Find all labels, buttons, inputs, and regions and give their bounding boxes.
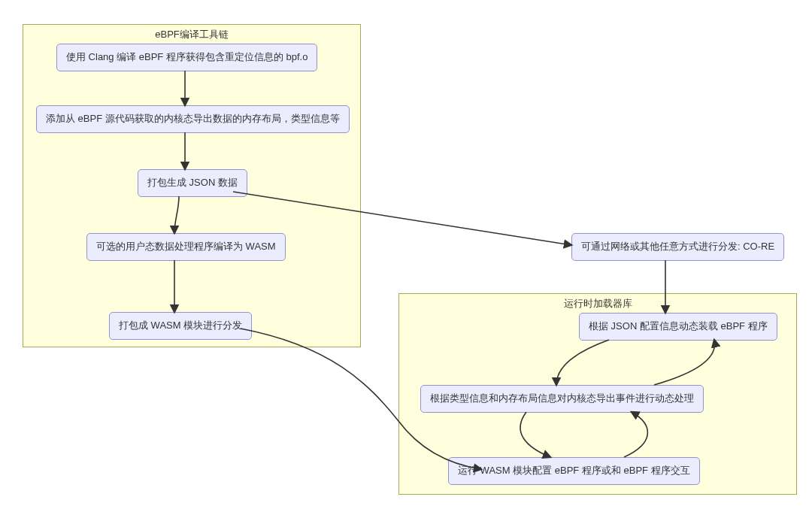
- cluster-toolchain-title: eBPF编译工具链: [23, 28, 360, 41]
- cluster-runtime-title: 运行时加载器库: [399, 297, 796, 311]
- node-packwasm: 打包成 WASM 模块进行分发: [109, 312, 252, 340]
- node-distribute: 可通过网络或其他任意方式进行分发: CO-RE: [571, 233, 784, 261]
- node-addmeta: 添加从 eBPF 源代码获取的内核态导出数据的内存布局，类型信息等: [36, 105, 350, 133]
- node-runwasm: 运行 WASM 模块配置 eBPF 程序或和 eBPF 程序交互: [448, 457, 700, 485]
- node-compilewasm: 可选的用户态数据处理程序编译为 WASM: [86, 233, 286, 261]
- diagram-canvas: eBPF编译工具链 运行时加载器库 使用 Clang 编译 eBPF 程序获得包…: [0, 0, 812, 515]
- node-packjson: 打包生成 JSON 数据: [138, 169, 247, 197]
- node-loadjson: 根据 JSON 配置信息动态装载 eBPF 程序: [579, 313, 777, 341]
- node-process: 根据类型信息和内存布局信息对内核态导出事件进行动态处理: [420, 385, 704, 413]
- node-compile: 使用 Clang 编译 eBPF 程序获得包含重定位信息的 bpf.o: [56, 44, 317, 71]
